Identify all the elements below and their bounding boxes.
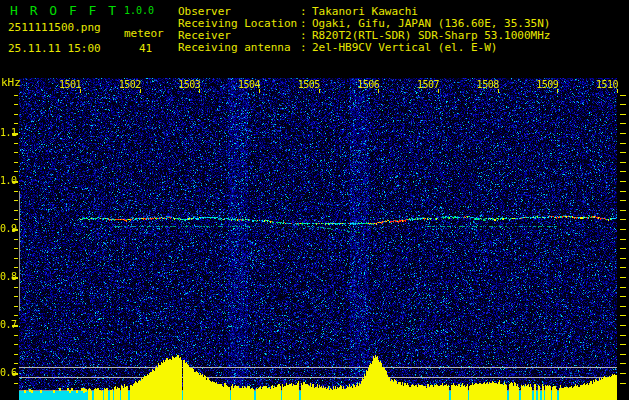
- freq-tick-label: 0.8: [0, 271, 15, 282]
- info-row: Receiving antenna:2el-HB9CV Vertical (el…: [178, 42, 550, 54]
- time-tick-label: 1505: [298, 79, 320, 90]
- freq-tick-label: 0.7: [0, 319, 15, 330]
- freq-tick-label: 0.6: [0, 367, 15, 378]
- hrofft-window: H R O F F T 1.0.0 2511111500.png meteor …: [0, 0, 629, 400]
- time-tick-label: 1502: [119, 79, 141, 90]
- freq-tick-label: 1.1: [0, 127, 15, 138]
- file-name: 2511111500.png: [8, 21, 101, 34]
- header: H R O F F T 1.0.0 2511111500.png meteor …: [0, 0, 629, 78]
- app-title: H R O F F T: [10, 3, 118, 18]
- info-label: Receiving antenna: [178, 42, 300, 54]
- time-tick-label: 1509: [536, 79, 558, 90]
- info-table: Observer:Takanori Kawachi Receiving Loca…: [178, 6, 550, 54]
- time-tick-label: 1501: [59, 79, 81, 90]
- freq-tick-label: 0.9: [0, 223, 15, 234]
- mode-label: meteor: [124, 27, 164, 40]
- echo-count: 41: [139, 42, 152, 55]
- freq-tick-label: 1.0: [0, 175, 15, 186]
- freq-unit-label: kHz: [1, 76, 21, 89]
- info-separator: :: [300, 42, 312, 54]
- app-version: 1.0.0: [124, 5, 154, 16]
- time-tick-label: 1506: [357, 79, 379, 90]
- info-value: 2el-HB9CV Vertical (el. E-W): [312, 41, 497, 54]
- spectrogram-canvas: [0, 78, 629, 400]
- time-tick-label: 1510: [596, 79, 618, 90]
- time-tick-label: 1507: [417, 79, 439, 90]
- timestamp: 25.11.11 15:00: [8, 42, 101, 55]
- time-tick-label: 1508: [477, 79, 499, 90]
- time-tick-label: 1504: [238, 79, 260, 90]
- time-tick-label: 1503: [178, 79, 200, 90]
